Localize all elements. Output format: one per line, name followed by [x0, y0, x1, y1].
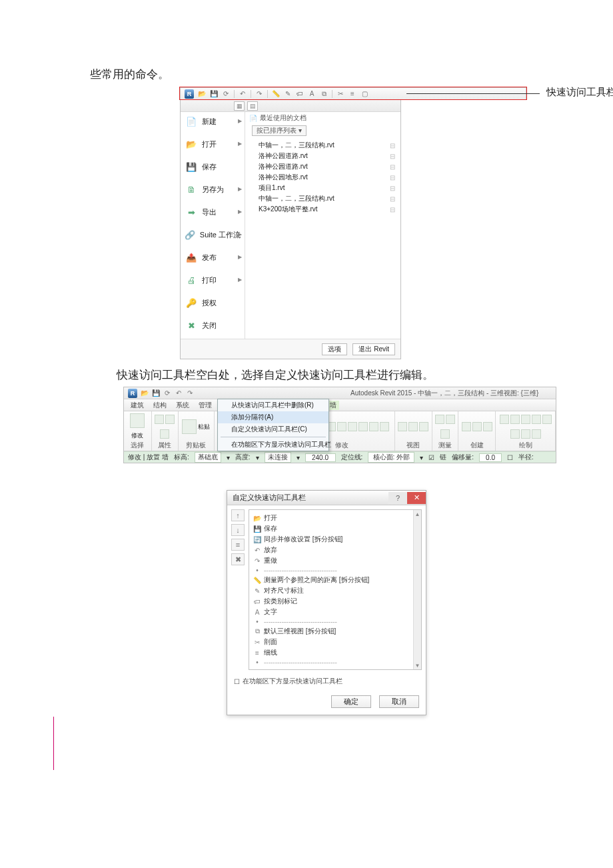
qat-list-item[interactable]: ≡细线 [253, 647, 418, 658]
ribbon-tool-icon[interactable] [160, 429, 169, 439]
ribbon-tool-icon[interactable] [510, 429, 520, 439]
cancel-button[interactable]: 取消 [379, 695, 419, 708]
recent-document-item[interactable]: 洛神公园地形.rvt⊟ [255, 172, 399, 183]
ribbon-tool-icon[interactable] [532, 429, 541, 439]
recent-document-item[interactable]: 洛神公园道路.rvt⊟ [255, 161, 399, 172]
ribbon-tool-icon[interactable] [165, 415, 175, 424]
list-separator[interactable]: •--------------------------------- [253, 658, 418, 667]
ribbon-tool-icon[interactable] [337, 422, 346, 431]
qat-list-item[interactable]: ⧉默认三维视图 [拆分按钮] [253, 626, 418, 637]
undo-icon[interactable]: ↶ [175, 389, 183, 397]
app-menu-item[interactable]: 💾保存 [181, 159, 245, 174]
location-line-dropdown[interactable]: 核心面: 外部 [368, 452, 414, 463]
close-button-icon[interactable]: ✕ [407, 492, 426, 504]
qat-list-item[interactable]: 🔄同步并修改设置 [拆分按钮] [253, 534, 418, 545]
ribbon-tool-icon[interactable] [483, 422, 492, 431]
ctx-customize-qat[interactable]: 自定义快速访问工具栏(C) [218, 423, 328, 435]
ribbon-tool-icon[interactable] [398, 422, 407, 431]
sync-icon[interactable]: ⟳ [222, 90, 230, 98]
redo-icon[interactable]: ↷ [186, 389, 194, 397]
scrollbar[interactable]: ▲ ▼ [413, 510, 421, 669]
recent-document-item[interactable]: 项目1.rvt⊟ [255, 183, 399, 193]
thinline-icon[interactable]: ≡ [348, 90, 356, 98]
list-separator[interactable]: •--------------------------------- [253, 566, 418, 575]
pin-icon[interactable]: ⊟ [390, 153, 395, 160]
ribbon-tool-icon[interactable] [521, 415, 530, 424]
app-menu-item[interactable]: 📄新建▶ [181, 114, 245, 129]
open-icon[interactable]: 📂 [141, 389, 149, 397]
ctx-show-below[interactable]: 在功能区下方显示快速访问工具栏 [218, 439, 328, 451]
ok-button[interactable]: 确定 [331, 695, 371, 708]
sort-dropdown[interactable]: 按已排序列表 ▾ [252, 125, 306, 136]
scroll-up-icon[interactable]: ▲ [414, 510, 421, 518]
qat-list-item[interactable]: 💾保存 [253, 523, 418, 534]
ctx-add-separator[interactable]: 添加分隔符(A) [218, 411, 328, 423]
tag-icon[interactable]: 🏷 [296, 90, 304, 98]
ribbon-tool-icon[interactable] [462, 422, 471, 431]
exit-revit-button[interactable]: 退出 Revit [352, 343, 395, 355]
app-menu-item[interactable]: 🔗Suite 工作流▶ [181, 227, 245, 242]
ribbon-tool-icon[interactable] [358, 422, 368, 431]
ribbon-tool-icon[interactable] [435, 415, 444, 424]
level-dropdown[interactable]: 基础底 [195, 452, 221, 463]
radius-checkbox[interactable]: ☐ [507, 454, 513, 461]
revit-app-button-icon[interactable]: R [128, 389, 137, 398]
ribbon-tool-icon[interactable] [408, 422, 418, 431]
qat-list-item[interactable]: ↷重做 [253, 555, 418, 566]
paste-tool-icon[interactable] [182, 419, 197, 434]
pin-icon[interactable]: ⊟ [390, 142, 395, 149]
ribbon-tab[interactable]: 系统 [176, 401, 189, 410]
ribbon-tab[interactable]: 建筑 [131, 401, 144, 410]
revit-app-button-icon[interactable]: R [185, 89, 194, 99]
show-below-checkbox[interactable]: ☐ [234, 678, 240, 685]
recent-document-item[interactable]: 洛神公园道路.rvt⊟ [255, 151, 399, 161]
qat-list-item[interactable]: ✎对齐尺寸标注 [253, 585, 418, 596]
recent-tab-button[interactable]: ▦ [234, 101, 245, 111]
open-docs-tab-button[interactable]: ▤ [247, 101, 258, 111]
ribbon-tab[interactable]: 管理 [199, 401, 212, 410]
offset-input[interactable]: 0.0 [479, 453, 502, 462]
height-value-input[interactable]: 240.0 [305, 453, 336, 462]
ribbon-tool-icon[interactable] [369, 422, 378, 431]
3d-view-icon[interactable]: ⧉ [320, 90, 328, 98]
save-icon[interactable]: 💾 [152, 389, 160, 397]
add-separator-button[interactable]: ≡ [231, 539, 245, 551]
app-menu-item[interactable]: 🖨打印▶ [181, 273, 245, 287]
pin-icon[interactable]: ⊟ [390, 206, 395, 213]
sync-icon[interactable]: ⟳ [163, 389, 171, 397]
save-icon[interactable]: 💾 [210, 90, 218, 98]
qat-list-item[interactable]: 📂打开 [253, 513, 418, 523]
recent-document-item[interactable]: 中轴一，二，三段结构.rvt⊟ [255, 140, 399, 151]
text-icon[interactable]: A [308, 90, 316, 98]
app-menu-item[interactable]: 🔑授权 [181, 295, 245, 310]
recent-document-item[interactable]: 中轴一，二，三段结构.rvt⊟ [255, 193, 399, 204]
ribbon-tool-icon[interactable] [532, 415, 541, 424]
redo-icon[interactable]: ↷ [255, 90, 263, 98]
ctx-remove-from-qat[interactable]: 从快速访问工具栏中删除(R) [218, 399, 328, 411]
qat-list-item[interactable]: A文字 [253, 607, 418, 617]
app-menu-item[interactable]: ✖关闭 [181, 318, 245, 333]
ribbon-tool-icon[interactable] [446, 415, 455, 424]
undo-icon[interactable]: ↶ [239, 90, 247, 98]
pin-icon[interactable]: ⊟ [390, 174, 395, 181]
ribbon-tool-icon[interactable] [521, 429, 530, 439]
ribbon-tab[interactable]: 结构 [153, 401, 167, 410]
qat-list-item[interactable]: 📏测量两个参照之间的距离 [拆分按钮] [253, 575, 418, 585]
move-up-button[interactable]: ↑ [231, 509, 245, 521]
section-icon[interactable]: ✂ [336, 90, 344, 98]
chain-checkbox[interactable]: ☑ [428, 454, 434, 461]
pin-icon[interactable]: ⊟ [390, 185, 395, 192]
qat-items-listbox[interactable]: 📂打开💾保存🔄同步并修改设置 [拆分按钮]↶放弃↷重做•------------… [249, 509, 422, 670]
ribbon-tool-icon[interactable] [440, 429, 450, 439]
qat-list-item[interactable]: 🏷按类别标记 [253, 596, 418, 607]
close-view-icon[interactable]: ▢ [360, 90, 368, 98]
ribbon-tool-icon[interactable] [542, 415, 552, 424]
pin-icon[interactable]: ⊟ [390, 163, 395, 171]
scroll-track[interactable] [414, 518, 421, 661]
ribbon-tool-icon[interactable] [472, 422, 482, 431]
help-button-icon[interactable]: ? [388, 492, 407, 504]
list-separator[interactable]: •--------------------------------- [253, 617, 418, 626]
open-icon[interactable]: 📂 [198, 90, 206, 98]
height-mode-dropdown[interactable]: 未连接 [265, 452, 291, 463]
app-menu-item[interactable]: 🗎另存为▶ [181, 182, 245, 197]
